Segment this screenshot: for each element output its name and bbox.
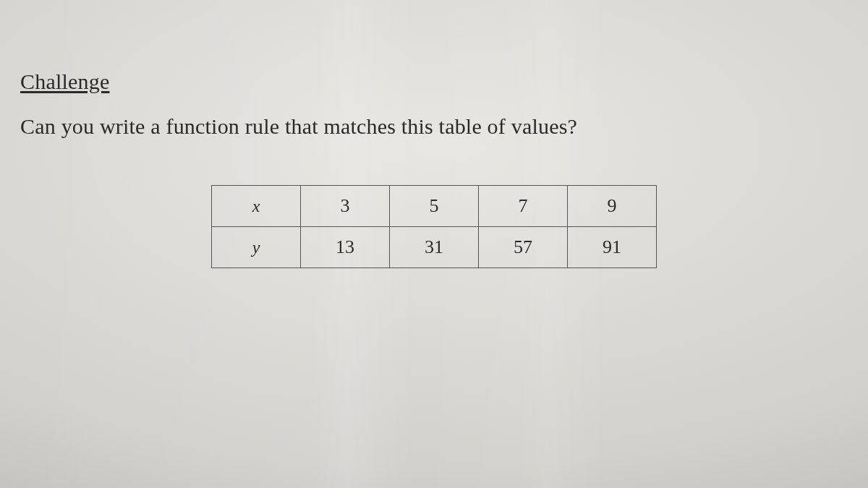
row-label-x: x <box>212 186 301 227</box>
cell-y-3: 91 <box>568 227 657 268</box>
row-label-y: y <box>212 227 301 268</box>
cell-x-1: 5 <box>390 186 479 227</box>
cell-y-1: 31 <box>390 227 479 268</box>
question-prompt: Can you write a function rule that match… <box>20 114 868 139</box>
worksheet-page: Challenge Can you write a function rule … <box>0 0 868 268</box>
cell-x-3: 9 <box>568 186 657 227</box>
cell-y-2: 57 <box>479 227 568 268</box>
cell-x-2: 7 <box>479 186 568 227</box>
table-container: x 3 5 7 9 y 13 31 57 91 <box>0 185 868 268</box>
section-heading: Challenge <box>20 69 868 94</box>
table-row: x 3 5 7 9 <box>212 186 657 227</box>
cell-x-0: 3 <box>301 186 390 227</box>
table-row: y 13 31 57 91 <box>212 227 657 268</box>
cell-y-0: 13 <box>301 227 390 268</box>
values-table: x 3 5 7 9 y 13 31 57 91 <box>211 185 657 268</box>
